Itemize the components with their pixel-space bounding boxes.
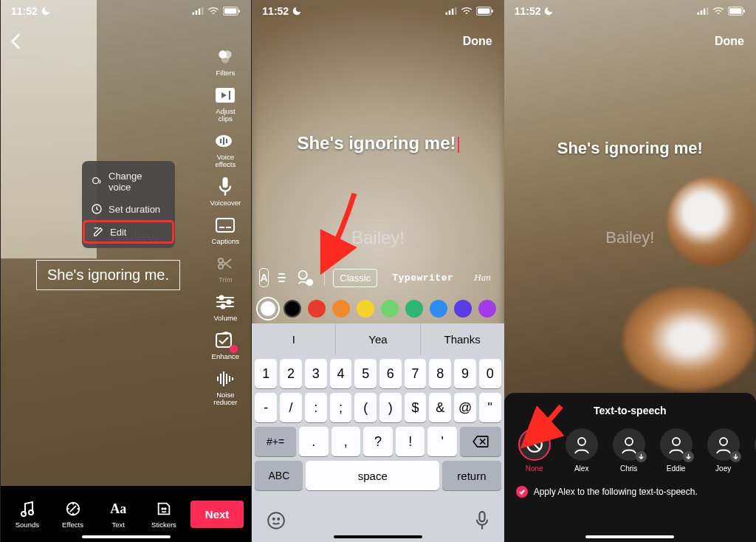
sidebar-volume[interactable]: Volume (213, 291, 237, 322)
key-6[interactable]: 6 (379, 359, 402, 388)
color-swatch[interactable] (454, 300, 472, 318)
key-comma[interactable]: , (331, 427, 361, 456)
key-sym[interactable]: ( (354, 393, 377, 422)
color-swatch[interactable] (405, 300, 423, 318)
home-indicator[interactable] (82, 535, 171, 538)
prediction-1[interactable]: I (252, 323, 336, 354)
overlay-text[interactable]: She's ignoring me! (504, 139, 756, 158)
key-sym[interactable]: ; (330, 393, 352, 422)
key-return[interactable]: return (442, 461, 501, 490)
tts-panel: Text-to-speech NoneAlexChrisEddieJoeyJes… (504, 393, 756, 542)
color-swatch[interactable] (478, 300, 496, 318)
home-indicator[interactable] (585, 535, 674, 538)
moon-icon (292, 6, 302, 16)
key-sym[interactable]: - (255, 393, 277, 422)
menu-edit[interactable]: Edit (83, 221, 173, 243)
svg-point-36 (21, 512, 26, 516)
key-0[interactable]: 0 (479, 359, 501, 388)
key-sym[interactable]: @ (454, 393, 476, 422)
noise-icon (214, 368, 236, 390)
svg-rect-50 (309, 281, 309, 284)
svg-rect-61 (729, 8, 742, 13)
font-typewriter[interactable]: Typewriter (386, 270, 459, 287)
dock-stickers[interactable]: Stickers (145, 499, 183, 529)
sidebar-trim[interactable]: Trim (214, 253, 236, 284)
voice-jessi[interactable]: Jessi (751, 428, 756, 473)
svg-rect-5 (224, 8, 237, 13)
key-exclaim[interactable]: ! (396, 427, 425, 456)
back-button[interactable] (10, 33, 21, 49)
editable-text[interactable]: She's ignoring me! (252, 133, 504, 154)
key-space[interactable]: space (306, 461, 439, 490)
prediction-2[interactable]: Yea (336, 323, 420, 354)
next-button[interactable]: Next (190, 501, 244, 528)
key-sym[interactable]: $ (405, 393, 427, 422)
dock-effects[interactable]: Effects (54, 499, 92, 529)
done-button[interactable]: Done (463, 35, 492, 48)
menu-change-voice[interactable]: Change voice (82, 165, 175, 198)
text-bg-toggle[interactable]: A (259, 268, 268, 287)
text-align-button[interactable] (278, 268, 286, 287)
voice-eddie[interactable]: Eddie (656, 428, 696, 473)
done-button[interactable]: Done (715, 35, 744, 48)
dictation-button[interactable] (475, 511, 489, 530)
key-question[interactable]: ? (363, 427, 393, 456)
svg-point-25 (227, 300, 231, 303)
text-to-speech-button[interactable] (295, 267, 315, 288)
key-1[interactable]: 1 (255, 359, 277, 388)
svg-point-65 (625, 438, 633, 445)
voice-none[interactable]: None (515, 428, 554, 473)
menu-set-duration[interactable]: Set duration (82, 198, 175, 220)
key-apos[interactable]: ' (427, 427, 457, 456)
bailey-text[interactable]: Bailey! (252, 227, 504, 248)
bailey-text[interactable]: Bailey! (504, 228, 756, 247)
cursor (458, 137, 459, 153)
sidebar-voice-effects[interactable]: Voice effects (207, 130, 243, 168)
color-swatch[interactable] (259, 300, 277, 318)
key-period[interactable]: . (299, 427, 329, 456)
sidebar-captions[interactable]: Captions (212, 214, 240, 245)
key-backspace[interactable] (460, 427, 501, 456)
sidebar-adjust-clips[interactable]: Adjust clips (207, 84, 243, 123)
color-swatch[interactable] (284, 300, 301, 318)
key-sym[interactable]: ) (379, 393, 402, 422)
svg-rect-51 (310, 281, 311, 285)
selected-text-overlay[interactable]: She's ignoring me. (36, 260, 180, 290)
voice-joey[interactable]: Joey (704, 428, 743, 473)
color-swatch[interactable] (430, 300, 447, 318)
svg-rect-12 (229, 91, 230, 100)
svg-rect-46 (478, 8, 490, 13)
key-sym[interactable]: / (280, 393, 302, 422)
apply-to-all-row[interactable]: Apply Alex to the following text-to-spee… (504, 486, 698, 498)
key-9[interactable]: 9 (454, 359, 476, 388)
key-3[interactable]: 3 (305, 359, 327, 388)
sidebar-noise-reducer[interactable]: Noise reducer (207, 368, 243, 406)
key-sym[interactable]: : (305, 393, 327, 422)
voice-chris[interactable]: Chris (609, 428, 649, 473)
key-abc[interactable]: ABC (255, 461, 303, 490)
key-8[interactable]: 8 (429, 359, 451, 388)
key-4[interactable]: 4 (330, 359, 352, 388)
sidebar-filters[interactable]: Filters (214, 46, 236, 77)
color-swatch[interactable] (381, 300, 399, 318)
key-2[interactable]: 2 (280, 359, 302, 388)
dock-text[interactable]: Aa Text (99, 499, 137, 529)
key-7[interactable]: 7 (405, 359, 427, 388)
font-handwriting[interactable]: Han (468, 269, 496, 287)
emoji-button[interactable] (267, 511, 286, 530)
prediction-3[interactable]: Thanks (421, 323, 504, 354)
sidebar-voiceover[interactable]: Voiceover (210, 176, 241, 207)
sidebar-enhance[interactable]: Enhance (212, 329, 240, 360)
key-5[interactable]: 5 (354, 359, 377, 388)
key-sym[interactable]: & (429, 393, 451, 422)
home-indicator[interactable] (334, 535, 422, 538)
key-sym[interactable]: " (479, 393, 501, 422)
color-swatch[interactable] (332, 300, 350, 318)
dock-sounds[interactable]: Sounds (8, 499, 47, 529)
font-classic[interactable]: Classic (333, 269, 377, 287)
color-swatch[interactable] (357, 300, 374, 318)
color-swatch[interactable] (308, 300, 326, 318)
voice-alex[interactable]: Alex (562, 428, 602, 473)
svg-point-34 (93, 178, 99, 184)
key-alt[interactable]: #+= (255, 427, 296, 456)
